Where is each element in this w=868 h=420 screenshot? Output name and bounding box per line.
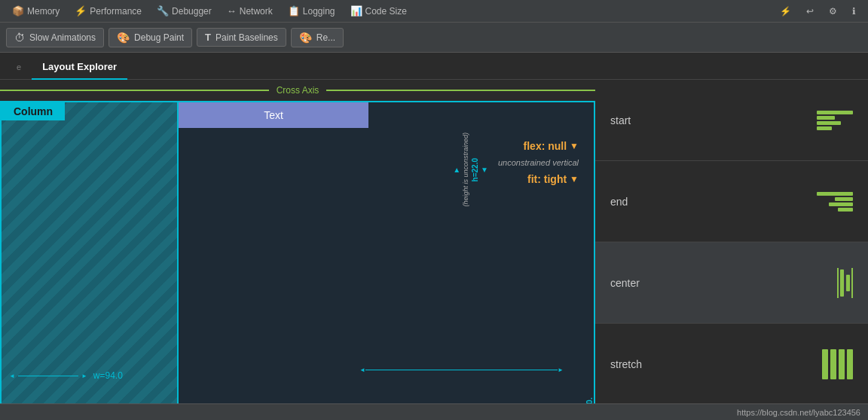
nav-action-settings[interactable]: ⚙ bbox=[823, 0, 843, 22]
v-arrow-down-icon: ▼ bbox=[481, 166, 488, 174]
stretch-bar2 bbox=[830, 349, 836, 379]
status-bar: https://blog.csdn.net/lyabc123456 bbox=[0, 403, 868, 420]
debug-paint-label: Debug Paint bbox=[134, 32, 184, 43]
align-end-bar2 bbox=[835, 197, 853, 201]
top-nav-bar: 📦 Memory ⚡ Performance 🔧 Debugger ↔ Netw… bbox=[0, 0, 868, 23]
center-line-left bbox=[837, 268, 839, 298]
main-content: Cross Axis Column ◄ ► w=94.0 Text bbox=[0, 80, 868, 420]
network-icon: ↔ bbox=[227, 5, 237, 17]
nav-item-logging[interactable]: 📋 Logging bbox=[282, 0, 341, 22]
paint-baselines-button[interactable]: T Paint Baselines bbox=[197, 28, 286, 47]
arrow-right-icon: ► bbox=[81, 373, 87, 379]
info-icon: ℹ bbox=[852, 6, 856, 17]
stretch-bar4 bbox=[847, 349, 853, 379]
flex-dropdown-icon: ▼ bbox=[570, 141, 579, 151]
settings-icon: ⚙ bbox=[829, 6, 837, 17]
h-value-label: h=22.0 bbox=[471, 158, 479, 181]
paint-baselines-icon: T bbox=[205, 32, 211, 43]
status-url: https://blog.csdn.net/lyabc123456 bbox=[737, 408, 860, 417]
column-label: Column bbox=[2, 102, 65, 120]
flex-controls: flex: null ▼ unconstrained vertical fit:… bbox=[498, 140, 579, 185]
nav-item-performance[interactable]: ⚡ Performance bbox=[69, 0, 148, 22]
center-bars bbox=[840, 269, 850, 297]
cross-axis-row: Cross Axis bbox=[0, 80, 595, 101]
align-section-start[interactable]: start bbox=[595, 80, 868, 161]
nav-action-info[interactable]: ℹ bbox=[846, 0, 862, 22]
align-end-icon bbox=[817, 192, 853, 212]
nav-performance-label: Performance bbox=[90, 6, 142, 17]
widget-area: Column ◄ ► w=94.0 Text flex: nu bbox=[0, 101, 595, 420]
stretch-bar3 bbox=[839, 349, 845, 379]
align-start-label: start bbox=[610, 114, 656, 126]
debug-paint-icon: 🎨 bbox=[117, 32, 130, 44]
nav-item-codesize[interactable]: 📊 Code Size bbox=[344, 0, 413, 22]
stretch-bar1 bbox=[822, 349, 828, 379]
tab-prev-label: e bbox=[17, 62, 21, 72]
nav-memory-label: Memory bbox=[27, 6, 60, 17]
memory-icon: 📦 bbox=[12, 5, 24, 17]
align-section-end[interactable]: end bbox=[595, 161, 868, 242]
width-arrow-line bbox=[18, 376, 78, 376]
height-unconstrained-label: (height is unconstrained) bbox=[462, 132, 469, 207]
fit-tight-button[interactable]: fit: tight ▼ bbox=[527, 173, 579, 185]
horiz-arrow-left-icon: ◄ bbox=[359, 367, 365, 373]
slow-animations-icon: ⏱ bbox=[14, 32, 25, 44]
center-bar2 bbox=[846, 275, 850, 291]
align-start-bar1 bbox=[817, 111, 853, 114]
repaint-label: Re... bbox=[316, 32, 335, 43]
nav-item-debugger[interactable]: 🔧 Debugger bbox=[151, 0, 218, 22]
horiz-arrow: ◄ ► bbox=[359, 367, 564, 373]
align-center-label: center bbox=[610, 277, 656, 289]
align-start-bar4 bbox=[817, 126, 832, 130]
nav-item-memory[interactable]: 📦 Memory bbox=[6, 0, 66, 22]
cross-axis-line-right bbox=[326, 90, 595, 91]
align-section-stretch[interactable]: stretch bbox=[595, 324, 868, 405]
align-start-bar2 bbox=[817, 116, 835, 120]
align-center-icon bbox=[837, 268, 853, 298]
tab-prev[interactable]: e bbox=[6, 55, 32, 80]
codesize-icon: 📊 bbox=[350, 5, 362, 17]
nav-codesize-label: Code Size bbox=[365, 6, 407, 17]
fit-dropdown-icon: ▼ bbox=[570, 174, 579, 184]
toolbar: ⏱ Slow Animations 🎨 Debug Paint T Paint … bbox=[0, 23, 868, 53]
flex-null-button[interactable]: flex: null ▼ bbox=[524, 140, 579, 152]
tab-row: e Layout Explorer bbox=[0, 53, 868, 80]
nav-logging-label: Logging bbox=[303, 6, 335, 17]
center-bar1 bbox=[840, 269, 844, 297]
h-indicator: ▲ (height is unconstrained) h=22.0 ▼ bbox=[453, 132, 488, 207]
undo-icon: ↩ bbox=[806, 6, 814, 17]
nav-action-bolt[interactable]: ⚡ bbox=[774, 0, 797, 22]
flex-area: Text flex: null ▼ unconstrained vertical… bbox=[179, 101, 595, 420]
align-end-label: end bbox=[610, 196, 656, 208]
nav-debugger-label: Debugger bbox=[172, 6, 212, 17]
align-end-bar1 bbox=[817, 192, 853, 196]
nav-item-network[interactable]: ↔ Network bbox=[221, 0, 279, 22]
align-end-bar4 bbox=[838, 208, 853, 212]
bolt-icon: ⚡ bbox=[780, 6, 791, 17]
tab-layout-explorer-label: Layout Explorer bbox=[42, 61, 117, 72]
logging-icon: 📋 bbox=[288, 5, 300, 17]
text-widget: Text bbox=[179, 102, 368, 128]
align-start-icon bbox=[817, 111, 853, 130]
width-value: w=94.0 bbox=[93, 370, 123, 381]
paint-baselines-label: Paint Baselines bbox=[215, 32, 278, 43]
center-line-right bbox=[851, 268, 853, 298]
debugger-icon: 🔧 bbox=[157, 5, 169, 17]
align-end-bar3 bbox=[829, 202, 853, 206]
repaint-button[interactable]: 🎨 Re... bbox=[291, 28, 344, 47]
width-indicator: ◄ ► w=94.0 bbox=[9, 370, 123, 381]
slow-animations-button[interactable]: ⏱ Slow Animations bbox=[6, 28, 104, 47]
v-arrow-up-icon: ▲ bbox=[453, 166, 460, 174]
unconstrained-label: unconstrained vertical bbox=[498, 158, 579, 167]
left-panel: Cross Axis Column ◄ ► w=94.0 Text bbox=[0, 80, 595, 420]
tab-layout-explorer[interactable]: Layout Explorer bbox=[32, 55, 127, 80]
debug-paint-button[interactable]: 🎨 Debug Paint bbox=[108, 28, 192, 47]
align-section-center[interactable]: center bbox=[595, 242, 868, 324]
nav-action-undo[interactable]: ↩ bbox=[800, 0, 820, 22]
slow-animations-label: Slow Animations bbox=[29, 32, 96, 43]
arrow-left-icon: ◄ bbox=[9, 373, 15, 379]
fit-tight-label: fit: tight bbox=[527, 173, 567, 185]
cross-axis-label: Cross Axis bbox=[269, 85, 327, 96]
right-panel: start end center bbox=[595, 80, 868, 420]
performance-icon: ⚡ bbox=[75, 5, 87, 17]
